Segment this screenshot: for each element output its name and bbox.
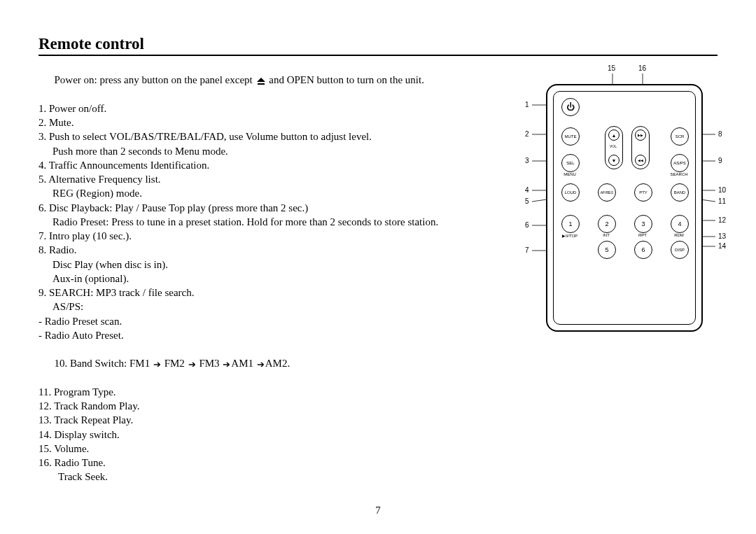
item-13: 13. Track Repeat Play.: [38, 413, 718, 427]
item-16: 16. Radio Tune.: [38, 456, 718, 470]
remote-diagram: 1 2 3 4 5 6 7 8 9 10 11 12 13 14 15 16 ⏻…: [511, 63, 735, 343]
search-label: SEARCH: [665, 172, 693, 176]
tune-rocker: ▶▶ ◀◀: [631, 126, 650, 169]
preset-3: 3: [634, 215, 652, 233]
pty-button: PTY: [634, 183, 652, 202]
item-10d: AM2.: [265, 358, 290, 369]
arrow-icon: ➔: [257, 358, 265, 371]
callout-9: 9: [718, 157, 722, 164]
callout-3: 3: [525, 157, 529, 164]
sel-button: SEL: [561, 154, 580, 172]
callout-1: 1: [525, 101, 529, 108]
callout-12: 12: [718, 216, 726, 224]
remote-body: ⏻ ▲ ▼ VOL ▶▶ ◀◀ MUTE SCR SEL MENU AS/PS …: [546, 84, 703, 332]
item-10c: AM1: [231, 358, 255, 369]
callout-15: 15: [608, 64, 615, 72]
preset-2: 2: [598, 215, 616, 233]
power-button: ⏻: [561, 98, 580, 116]
callout-8: 8: [718, 130, 722, 138]
callout-16: 16: [638, 64, 646, 72]
item-10-pre: 10. Band Switch: FM1: [55, 358, 153, 369]
callout-14: 14: [718, 242, 726, 250]
int-label: INT: [592, 233, 620, 237]
eject-icon: [257, 78, 265, 85]
top-label: ▶II/TOP: [556, 233, 584, 238]
page-number: 7: [0, 505, 756, 517]
callout-11: 11: [718, 197, 726, 205]
vol-down-icon: ▼: [608, 155, 620, 166]
vol-label: VOL: [599, 144, 627, 148]
callout-7: 7: [525, 246, 529, 254]
item-12: 12. Track Random Play.: [38, 399, 718, 413]
rdm-label: RDM: [665, 233, 693, 237]
disp-button: DISP: [671, 241, 689, 259]
arrow-icon: ➔: [153, 358, 161, 371]
rpt-label: RPT: [629, 233, 657, 237]
preset-4: 4: [671, 215, 689, 233]
item-15: 15. Volume.: [38, 442, 718, 456]
preset-6: 6: [634, 241, 652, 259]
page-title: Remote control: [38, 35, 718, 56]
intro-pre: Power on: press any button on the panel …: [55, 74, 255, 85]
seek-fwd-icon: ▶▶: [635, 129, 646, 141]
arrow-icon: ➔: [223, 358, 230, 371]
callout-10: 10: [718, 186, 726, 194]
asps-button: AS/PS: [671, 154, 689, 172]
item-10b: FM3: [197, 358, 223, 369]
callout-2: 2: [525, 130, 529, 138]
item-11: 11. Program Type.: [38, 385, 718, 399]
loud-button: LOUD: [561, 183, 580, 202]
preset-1: 1: [561, 215, 580, 233]
item-14: 14. Display switch.: [38, 428, 718, 442]
callout-5: 5: [525, 197, 529, 205]
seek-back-icon: ◀◀: [635, 155, 646, 166]
arrow-icon: ➔: [188, 358, 196, 371]
preset-5: 5: [598, 241, 616, 259]
intro-post: and OPEN button to turn on the unit.: [267, 74, 424, 85]
scr-button: SCR: [671, 127, 689, 146]
callout-13: 13: [718, 232, 726, 240]
mute-button: MUTE: [561, 127, 580, 146]
callout-4: 4: [525, 186, 529, 194]
item-10: 10. Band Switch: FM1 ➔ FM2 ➔ FM3 ➔AM1 ➔A…: [38, 342, 718, 385]
callout-6: 6: [525, 221, 529, 229]
afreg-button: AF/REG: [598, 183, 616, 202]
remote-inner: [553, 91, 696, 325]
vol-up-icon: ▲: [608, 129, 620, 141]
item-10a: FM2: [162, 358, 188, 369]
menu-label: MENU: [556, 172, 584, 176]
item-16b: Track Seek.: [58, 470, 718, 484]
band-button: BAND: [671, 183, 689, 202]
